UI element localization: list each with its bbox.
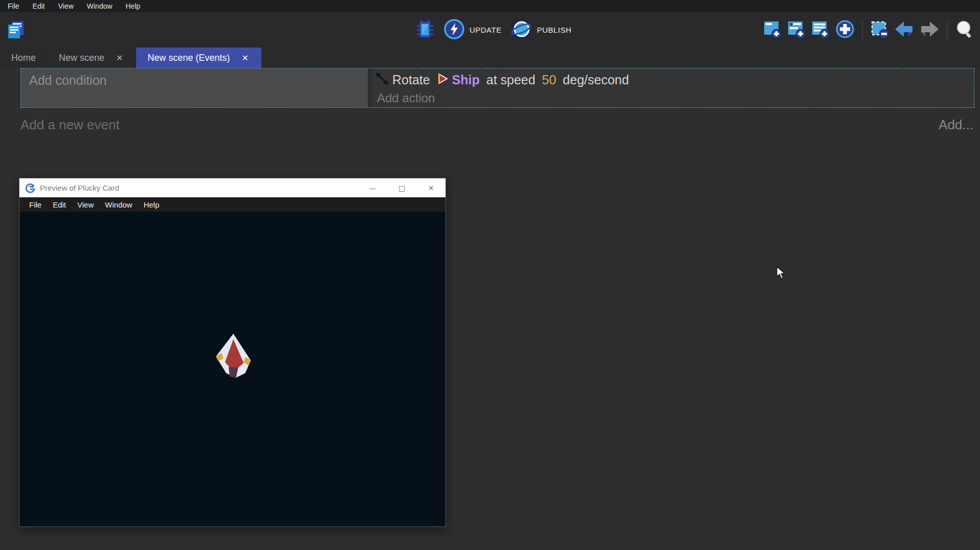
delete-selection-icon: [870, 19, 889, 40]
redo-button[interactable]: [919, 19, 940, 40]
project-manager-button[interactable]: [6, 20, 26, 41]
add-action-placeholder[interactable]: Add action: [372, 91, 974, 105]
minimize-icon[interactable]: —: [358, 178, 387, 197]
undo-button[interactable]: [894, 19, 915, 40]
debugger-icon: [415, 18, 435, 42]
gdevelop-logo-icon: [25, 183, 35, 193]
publish-button[interactable]: PUBLISH: [510, 18, 572, 42]
preview-window: Preview of Plucky Card — □ ✕ File Edit V…: [19, 178, 446, 527]
tab-label: New scene: [59, 53, 104, 63]
add-subevent-button[interactable]: [787, 19, 806, 40]
tab-new-scene[interactable]: New scene ✕: [48, 48, 136, 68]
menu-edit[interactable]: Edit: [26, 0, 52, 12]
add-event-icon: [763, 19, 782, 40]
undo-icon: [894, 19, 915, 40]
app-menubar: File Edit View Window Help: [0, 0, 980, 12]
menu-view[interactable]: View: [52, 0, 80, 12]
tab-close-icon[interactable]: ✕: [240, 52, 250, 64]
close-icon[interactable]: ✕: [416, 178, 446, 197]
preview-menu-help[interactable]: Help: [138, 200, 165, 209]
ship-sprite: [211, 331, 256, 382]
preview-menu-file[interactable]: File: [24, 200, 47, 209]
column-divider: [368, 68, 372, 107]
publish-label: PUBLISH: [537, 26, 572, 34]
delete-selection-button[interactable]: [870, 19, 889, 40]
maximize-icon[interactable]: □: [387, 178, 416, 197]
action-rotate-ship[interactable]: Rotate Ship at speed 50 deg/second: [372, 68, 974, 91]
game-canvas: [19, 212, 446, 526]
action-connector: at speed: [483, 73, 539, 87]
toolbar-separator: [947, 20, 947, 40]
add-new-event-placeholder[interactable]: Add a new event: [20, 117, 120, 133]
tab-close-icon[interactable]: ✕: [115, 52, 124, 64]
add-condition-placeholder: Add condition: [29, 73, 107, 87]
add-more-button[interactable]: [835, 19, 855, 41]
event-row-selected: Add condition Rotate: [20, 68, 974, 108]
ship-object-icon: [437, 72, 449, 87]
redo-icon: [919, 19, 940, 40]
menu-file[interactable]: File: [1, 0, 26, 12]
rotate-arrows-icon: [375, 72, 389, 88]
action-object: Ship: [452, 73, 480, 87]
preview-menu-edit[interactable]: Edit: [47, 200, 72, 209]
tab-home[interactable]: Home: [0, 48, 48, 68]
publish-globe-icon: [510, 18, 532, 42]
actions-column: Rotate Ship at speed 50 deg/second Add a…: [372, 68, 974, 107]
preview-menu-view[interactable]: View: [72, 200, 99, 209]
add-subevent-icon: [787, 19, 806, 40]
main-toolbar: UPDATE PUBLISH: [0, 12, 980, 48]
tab-label: Home: [11, 53, 36, 63]
conditions-column[interactable]: Add condition: [21, 68, 368, 107]
action-unit: deg/second: [559, 73, 629, 87]
menu-help[interactable]: Help: [119, 0, 147, 12]
update-lightning-icon: [443, 18, 465, 41]
preview-menu-window[interactable]: Window: [99, 200, 138, 209]
gdevelop-app: File Edit View Window Help: [0, 0, 980, 550]
add-button[interactable]: Add...: [939, 117, 973, 133]
menu-window[interactable]: Window: [80, 0, 119, 12]
project-manager-icon: [6, 20, 26, 41]
preview-titlebar[interactable]: Preview of Plucky Card — □ ✕: [19, 178, 446, 197]
tab-new-scene-events[interactable]: New scene (Events) ✕: [136, 48, 261, 68]
toolbar-right-group: [763, 12, 975, 48]
add-event-button[interactable]: [763, 19, 782, 40]
add-more-icon: [835, 19, 855, 41]
action-verb: Rotate: [392, 73, 434, 87]
update-button[interactable]: UPDATE: [443, 18, 502, 41]
update-label: UPDATE: [470, 26, 502, 34]
window-controls: — □ ✕: [358, 178, 446, 197]
toolbar-center-group: UPDATE PUBLISH: [415, 12, 571, 48]
tab-bar: Home New scene ✕ New scene (Events) ✕: [0, 48, 980, 68]
search-events-button[interactable]: [954, 19, 975, 41]
add-event-row: Add a new event Add...: [20, 112, 973, 138]
action-value: 50: [542, 73, 556, 87]
tab-label: New scene (Events): [147, 53, 230, 63]
preview-menubar: File Edit View Window Help: [19, 197, 446, 212]
add-comment-icon: [811, 19, 830, 40]
preview-window-title: Preview of Plucky Card: [40, 184, 358, 192]
debugger-button[interactable]: [415, 18, 435, 42]
add-comment-button[interactable]: [811, 19, 830, 40]
toolbar-separator: [862, 20, 863, 40]
search-icon: [954, 19, 975, 41]
